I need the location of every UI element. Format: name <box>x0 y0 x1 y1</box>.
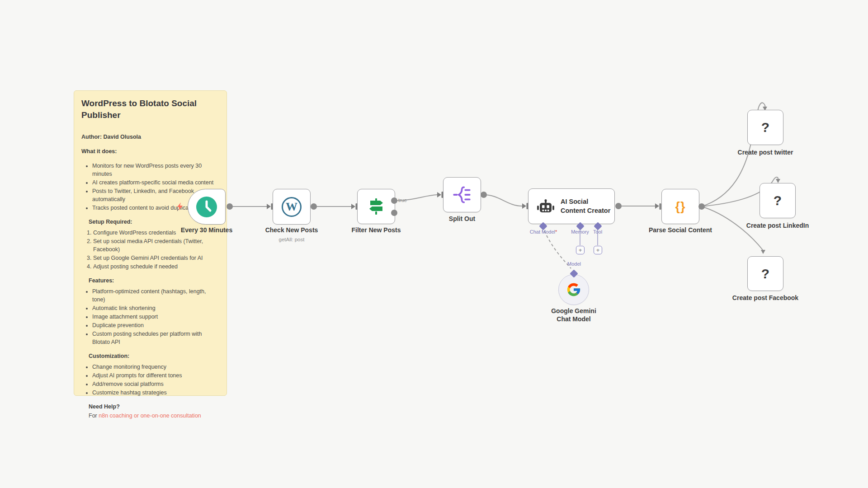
list-item: Set up social media API credentials (Twi… <box>93 237 219 253</box>
output-endpoint-filter-false[interactable] <box>391 210 397 216</box>
output-endpoint-agent[interactable] <box>615 203 622 209</box>
google-g-icon <box>566 282 581 297</box>
node-label-create-post-linkedin: Create post LinkedIn <box>746 222 809 229</box>
unknown-node-icon: ? <box>761 266 769 282</box>
output-endpoint-filter-true[interactable] <box>391 197 397 204</box>
help-link[interactable]: n8n coaching or one-on-one consultation <box>99 413 201 419</box>
node-label-check-new-posts: Check New Posts <box>265 226 318 234</box>
node-create-post-facebook[interactable]: ? <box>747 256 783 291</box>
node-label-google-gemini: Google Gemini Chat Model <box>543 307 604 323</box>
node-check-new-posts[interactable]: W <box>273 189 311 225</box>
gemini-port-label-model: Model <box>567 261 581 267</box>
list-item: Customize hashtag strategies <box>92 389 219 397</box>
wordpress-icon: W <box>282 197 302 217</box>
output-endpoint-parse[interactable] <box>698 203 705 210</box>
agent-label-line2: Content Creator <box>561 206 610 216</box>
list-item: Custom posting schedules per platform wi… <box>92 330 219 346</box>
list-item: AI creates platform-specific social medi… <box>92 178 219 187</box>
node-create-post-twitter[interactable]: ? <box>747 110 783 145</box>
node-label-parse-social-content: Parse Social Content <box>649 226 712 234</box>
list-item: Automatic link shortening <box>92 304 219 312</box>
sticky-customization-heading: Customization: <box>89 352 219 360</box>
list-item: Platform-optimized content (hashtags, le… <box>92 287 219 304</box>
add-tool-button[interactable]: + <box>594 246 602 254</box>
list-item: Add/remove social platforms <box>92 380 219 388</box>
node-subtitle-check-new-posts: getAll: post <box>279 237 305 242</box>
sticky-title: WordPress to Blotato Social Publisher <box>81 98 219 121</box>
node-create-post-linkedin[interactable]: ? <box>760 183 796 218</box>
agent-label-line1: AI Social <box>561 197 610 206</box>
sticky-what-heading: What it does: <box>81 147 219 155</box>
node-label-split-out: Split Out <box>449 215 475 222</box>
sticky-customization-list: Change monitoring frequency Adjust AI pr… <box>81 363 219 397</box>
sticky-author: Author: David Olusola <box>81 133 219 141</box>
sticky-help-heading: Need Help? <box>89 403 219 411</box>
workflow-canvas[interactable]: WordPress to Blotato Social Publisher Au… <box>0 0 868 488</box>
output-endpoint-trigger[interactable] <box>226 203 233 210</box>
list-item: Adjust AI prompts for different tones <box>92 371 219 380</box>
node-label-create-post-twitter: Create post twitter <box>738 149 793 156</box>
node-parse-social-content[interactable]: {} <box>661 189 699 224</box>
code-braces-icon: {} <box>675 200 685 214</box>
required-asterisk: * <box>555 229 557 235</box>
node-label-create-post-facebook: Create post Facebook <box>732 294 798 301</box>
node-split-out[interactable] <box>443 177 481 212</box>
list-item: Adjust posting schedule if needed <box>93 263 219 271</box>
list-item: Change monitoring frequency <box>92 363 219 371</box>
node-label-filter-new-posts: Filter New Posts <box>352 226 401 234</box>
node-ai-social-content-creator[interactable]: AI Social Content Creator <box>528 188 615 224</box>
node-filter-new-posts[interactable] <box>357 189 395 224</box>
unknown-node-icon: ? <box>761 120 769 135</box>
wire-split-to-agent <box>484 195 522 206</box>
add-memory-button[interactable]: + <box>576 246 585 254</box>
wire-label-true: true <box>398 197 407 203</box>
sticky-setup-list: Configure WordPress credentials Set up s… <box>81 229 219 271</box>
sticky-features-list: Platform-optimized content (hashtags, le… <box>81 287 219 346</box>
split-out-icon <box>452 184 472 205</box>
node-google-gemini-chat-model[interactable] <box>558 274 589 305</box>
output-endpoint-split[interactable] <box>481 192 487 198</box>
sticky-features-heading: Features: <box>89 277 219 285</box>
list-item: Monitors for new WordPress posts every 3… <box>92 162 219 178</box>
node-every-30-minutes[interactable] <box>188 189 226 225</box>
unknown-node-icon: ? <box>774 193 782 208</box>
filter-signpost-icon <box>366 197 386 216</box>
sticky-help-line: For n8n coaching or one-on-one consultat… <box>89 412 219 420</box>
clock-icon <box>196 197 217 217</box>
list-item: Set up Google Gemini API credentials for… <box>93 254 219 262</box>
node-label-every-30-minutes: Every 30 Minutes <box>181 226 232 234</box>
list-item: Duplicate prevention <box>92 321 219 329</box>
trigger-bolt-icon <box>177 202 183 212</box>
output-endpoint-wordpress[interactable] <box>311 203 317 210</box>
robot-icon <box>537 199 555 213</box>
help-prefix: For <box>89 413 99 419</box>
sticky-note[interactable]: WordPress to Blotato Social Publisher Au… <box>74 90 227 396</box>
list-item: Image attachment support <box>92 313 219 321</box>
node-label-agent: AI Social Content Creator <box>561 197 610 215</box>
